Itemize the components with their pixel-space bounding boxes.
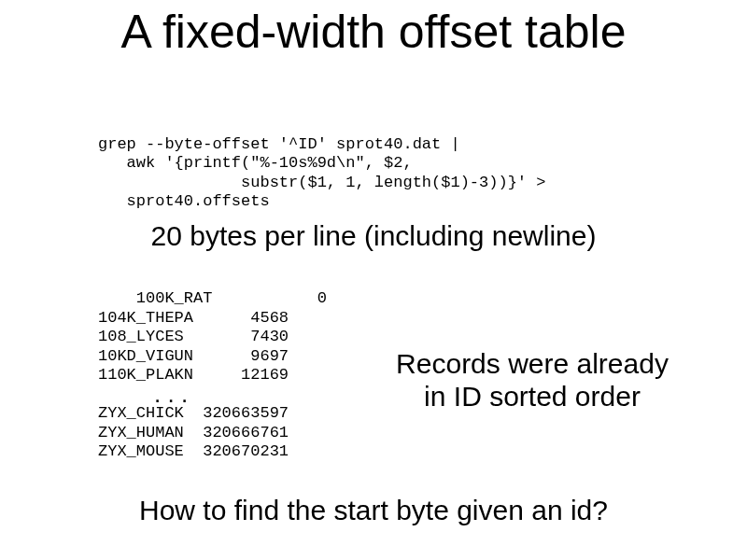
page-title: A fixed-width offset table: [0, 7, 747, 57]
offsets-bottom-rows: ZYX_CHICK 320663597 ZYX_HUMAN 320666761 …: [98, 404, 289, 460]
side-note-line2: in ID sorted order: [424, 381, 641, 412]
ellipsis: . . .: [98, 385, 327, 404]
side-note: Records were already in ID sorted order: [345, 348, 719, 413]
subheading: 20 bytes per line (including newline): [0, 220, 747, 252]
offsets-top-rows: 100K_RAT 0 104K_THEPA 4568 108_LYCES 743…: [98, 289, 327, 384]
command-code-block: grep --byte-offset '^ID' sprot40.dat | a…: [98, 135, 545, 212]
offsets-table: 100K_RAT 0 104K_THEPA 4568 108_LYCES 743…: [98, 271, 327, 481]
slide: A fixed-width offset table grep --byte-o…: [0, 0, 747, 560]
side-note-line1: Records were already: [396, 348, 669, 379]
closing-question: How to find the start byte given an id?: [0, 495, 747, 526]
